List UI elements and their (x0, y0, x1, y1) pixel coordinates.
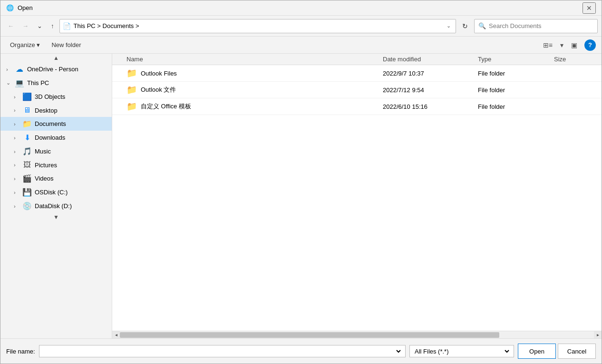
open-dialog: 🌐 Open ✕ ← → ⌄ ↑ 📄 This PC > Documents >… (0, 0, 602, 364)
file-name-input-wrapper[interactable] (39, 345, 406, 357)
up-icon: ↑ (51, 22, 54, 29)
sidebar-item-label: Documents (35, 120, 66, 127)
sidebar-item-label: Downloads (35, 134, 65, 141)
file-area: Name Date modified Type Size 📁 Outlook F… (112, 54, 602, 338)
music-icon: 🎵 (22, 147, 32, 156)
view-pane-button[interactable]: ▣ (568, 39, 581, 51)
file-list-header: Name Date modified Type Size (112, 54, 602, 65)
view-details-button[interactable]: ⊞≡ (540, 39, 556, 51)
sidebar-item-label: Videos (35, 175, 54, 182)
scroll-right-button[interactable]: ▸ (594, 331, 602, 339)
main-content: ▲ › ☁ OneDrive - Person ⌄ 💻 This PC › 🟦 … (0, 54, 602, 338)
table-row[interactable]: 📁 Outlook 文件 2022/7/12 9:54 File folder (112, 82, 602, 98)
chevron-down-icon: ⌄ (37, 22, 42, 29)
file-name-select[interactable] (42, 345, 402, 357)
sidebar-scroll-up[interactable]: ▲ (0, 54, 112, 62)
cancel-button[interactable]: Cancel (558, 344, 596, 359)
dialog-title: Open (18, 4, 33, 11)
expand-arrow: › (14, 203, 19, 209)
up-button[interactable]: ↑ (48, 20, 58, 32)
expand-arrow: › (14, 176, 19, 182)
sidebar-item-desktop[interactable]: › 🖥 Desktop (0, 104, 112, 117)
file-date: 2022/9/7 10:37 (383, 70, 478, 77)
refresh-button[interactable]: ↻ (458, 20, 472, 32)
col-header-size[interactable]: Size (554, 56, 602, 63)
search-box[interactable]: 🔍 (474, 19, 598, 33)
search-input[interactable] (489, 22, 593, 29)
col-header-name[interactable]: Name (112, 56, 383, 63)
sidebar-item-onedrive[interactable]: › ☁ OneDrive - Person (0, 62, 112, 76)
view-icons: ⊞≡ ▾ ▣ (540, 39, 581, 51)
folder-icon: 📁 (126, 85, 137, 95)
back-button[interactable]: ← (4, 20, 17, 32)
address-dropdown-button[interactable]: ⌄ (445, 22, 453, 30)
view-dropdown-button[interactable]: ▾ (557, 39, 567, 51)
sidebar-item-label: Music (35, 148, 51, 155)
file-name-label: File name: (6, 348, 35, 355)
desktop-icon: 🖥 (22, 106, 32, 115)
col-header-date[interactable]: Date modified (383, 56, 478, 63)
title-bar-left: 🌐 Open (6, 4, 33, 12)
dialog-icon: 🌐 (6, 4, 14, 12)
sidebar-item-datadisk[interactable]: › 💿 DataDisk (D:) (0, 199, 112, 213)
file-type: File folder (478, 86, 554, 94)
file-type: File folder (478, 103, 554, 110)
sidebar-scroll-down[interactable]: ▼ (0, 213, 112, 221)
new-folder-button[interactable]: New folder (48, 39, 85, 50)
downloads-icon: ⬇ (22, 133, 32, 142)
details-icon: ⊞≡ (543, 41, 553, 49)
expand-arrow: › (14, 135, 19, 141)
sidebar-item-videos[interactable]: › 🎬 Videos (0, 172, 112, 185)
file-name: Outlook 文件 (141, 86, 176, 94)
bottom-bar: File name: All Files (*.*)Text Files (*.… (0, 338, 602, 364)
sidebar-item-label: OneDrive - Person (27, 66, 78, 73)
close-button[interactable]: ✕ (583, 2, 596, 14)
scroll-track[interactable] (120, 331, 594, 338)
forward-button[interactable]: → (19, 20, 32, 32)
address-path: This PC > Documents > (74, 22, 442, 29)
expand-arrow: › (14, 94, 19, 100)
expand-arrow: ⌄ (6, 80, 12, 86)
address-bar[interactable]: 📄 This PC > Documents > ⌄ (59, 19, 456, 33)
sidebar-item-osdisk[interactable]: › 💾 OSDisk (C:) (0, 185, 112, 199)
expand-arrow: › (14, 149, 19, 154)
forward-icon: → (22, 22, 29, 29)
expand-arrow: › (14, 162, 19, 168)
sidebar-item-thispc[interactable]: ⌄ 💻 This PC (0, 76, 112, 90)
sidebar-item-label: Pictures (35, 162, 57, 169)
table-row[interactable]: 📁 Outlook Files 2022/9/7 10:37 File fold… (112, 65, 602, 82)
thispc-icon: 💻 (15, 78, 24, 87)
chevron-down-icon: ▾ (560, 41, 563, 49)
help-button[interactable]: ? (584, 39, 596, 51)
organize-button[interactable]: Organize ▾ (6, 39, 44, 50)
sidebar-item-downloads[interactable]: › ⬇ Downloads (0, 131, 112, 144)
folder-icon: 📁 (126, 68, 137, 78)
sidebar-item-3dobjects[interactable]: › 🟦 3D Objects (0, 90, 112, 104)
address-bar-icon: 📄 (63, 22, 71, 30)
sidebar-item-music[interactable]: › 🎵 Music (0, 144, 112, 158)
toolbar: Organize ▾ New folder ⊞≡ ▾ ▣ ? (0, 37, 602, 54)
action-buttons: Open Cancel (518, 344, 596, 359)
back-icon: ← (8, 22, 14, 29)
table-row[interactable]: 📁 自定义 Office 模板 2022/6/10 15:16 File fol… (112, 98, 602, 115)
sidebar-item-label: This PC (27, 79, 49, 86)
sidebar-item-label: DataDisk (D:) (35, 202, 72, 210)
file-type-select-wrapper[interactable]: All Files (*.*)Text Files (*.txt)All Fil… (409, 345, 514, 357)
pictures-icon: 🖼 (22, 161, 32, 169)
file-date: 2022/6/10 15:16 (383, 103, 478, 110)
3dobjects-icon: 🟦 (22, 92, 32, 101)
file-type-select[interactable]: All Files (*.*)Text Files (*.txt)All Fil… (413, 345, 511, 357)
history-dropdown-button[interactable]: ⌄ (34, 20, 46, 32)
folder-icon: 📁 (126, 101, 137, 112)
horizontal-scrollbar: ◂ ▸ (112, 331, 602, 338)
scroll-thumb[interactable] (120, 332, 499, 338)
sidebar-item-pictures[interactable]: › 🖼 Pictures (0, 158, 112, 172)
sidebar-item-label: OSDisk (C:) (35, 189, 68, 196)
file-name: 自定义 Office 模板 (141, 102, 191, 111)
sidebar-item-documents[interactable]: › 📁 Documents (0, 117, 112, 131)
documents-icon: 📁 (22, 119, 32, 128)
file-list-body: 📁 Outlook Files 2022/9/7 10:37 File fold… (112, 65, 602, 331)
scroll-left-button[interactable]: ◂ (112, 331, 120, 339)
open-button[interactable]: Open (518, 344, 556, 359)
col-header-type[interactable]: Type (478, 56, 554, 63)
